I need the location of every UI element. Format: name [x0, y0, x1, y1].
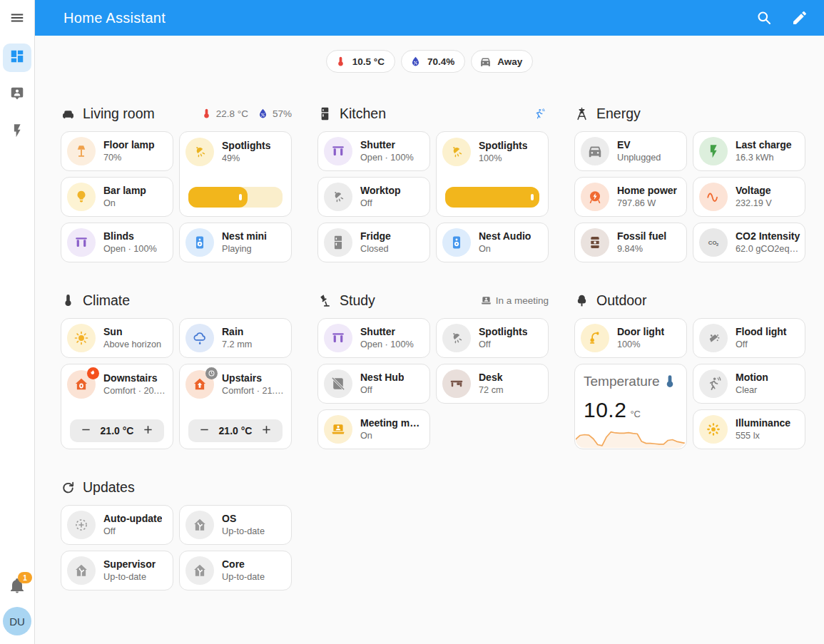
card-auto-update[interactable]: Auto-updateOff — [61, 505, 173, 545]
sidebar-bottom: 1 DU — [3, 577, 31, 644]
user-avatar[interactable]: DU — [3, 607, 31, 635]
entity-name: Motion — [736, 371, 768, 384]
card-nest-mini[interactable]: Nest miniPlaying — [179, 223, 292, 262]
card-door-light[interactable]: Door light100% — [574, 318, 687, 358]
section-title: Study — [340, 292, 375, 309]
entity-status: 100% — [479, 153, 527, 165]
card-text: Rain7.2 mm — [222, 325, 252, 351]
flash-icon — [9, 123, 25, 141]
entity-name: Shutter — [360, 138, 414, 152]
chip-70-4[interactable]: 70.4% — [401, 50, 465, 73]
card-os[interactable]: OSUp-to-date — [179, 505, 292, 545]
entity-name: Door light — [617, 325, 664, 339]
decrease-temp-button[interactable] — [193, 419, 215, 442]
card-desk[interactable]: Desk72 cm — [436, 364, 549, 404]
card-fossil-fuel[interactable]: Fossil fuel9.84% — [574, 223, 687, 262]
card-shutter[interactable]: ShutterOpen · 100% — [317, 131, 430, 171]
card-motion[interactable]: MotionClear — [693, 364, 805, 404]
laptop-person-icon — [324, 415, 352, 444]
card-spotlights[interactable]: Spotlights100% — [436, 131, 549, 217]
entity-name: Desk — [479, 371, 504, 384]
bulb-icon — [67, 183, 96, 211]
entity-status: 7.2 mm — [222, 339, 252, 351]
card-text: MotionClear — [736, 371, 768, 397]
increase-temp-button[interactable] — [255, 419, 278, 442]
card-fridge[interactable]: FridgeClosed — [317, 223, 430, 262]
card-sun[interactable]: SunAbove horizon — [61, 318, 173, 358]
entity-status: 797.86 W — [617, 198, 677, 210]
card-home-power[interactable]: Home power797.86 W — [574, 177, 687, 217]
entity-status: 555 lx — [736, 430, 790, 442]
card-downstairs[interactable]: DownstairsComfort · 20.8… 21.0 °C — [61, 364, 173, 449]
card-upstairs[interactable]: UpstairsComfort · 21.7… 21.0 °C — [179, 364, 292, 449]
card-worktop[interactable]: WorktopOff — [317, 177, 430, 217]
slider-handle[interactable] — [239, 194, 242, 200]
entity-status: Unplugged — [617, 152, 661, 164]
increase-temp-button[interactable] — [137, 419, 160, 442]
entity-status: 16.3 kWh — [736, 152, 792, 164]
card-temperature-sensor[interactable]: Temperature 10.2°C — [574, 364, 687, 449]
card-text: Auto-updateOff — [103, 512, 162, 538]
chip-10-5-c[interactable]: 10.5 °C — [326, 50, 395, 73]
brightness-slider[interactable] — [188, 187, 283, 208]
entity-name: Rain — [222, 325, 252, 339]
entity-name: Sun — [103, 325, 161, 339]
minus-icon — [198, 423, 211, 439]
card-core[interactable]: CoreUp-to-date — [179, 551, 292, 591]
main-area: Home Assistant 10.5 °C70.4%Away Living r… — [35, 0, 824, 644]
section-meta-motion-run — [533, 108, 549, 120]
motion-run-icon — [699, 369, 728, 398]
sensor-title: Temperature — [584, 374, 660, 389]
card-nest-hub[interactable]: Nest HubOff — [317, 364, 430, 404]
meta-text: 22.8 °C — [216, 108, 248, 119]
fridge-icon — [317, 106, 332, 121]
section-energy: Energy EVUnplugged Last charge16.3 kWh H… — [574, 104, 805, 262]
sidebar-item-people[interactable] — [3, 81, 31, 109]
brightness-slider[interactable] — [445, 187, 539, 208]
slider-handle[interactable] — [531, 194, 534, 200]
page-title: Home Assistant — [63, 10, 166, 26]
card-co2-intensity[interactable]: CO2 CO2 Intensity62.0 gCO2eq/… — [693, 223, 805, 262]
decrease-temp-button[interactable] — [74, 419, 97, 442]
card-text: Voltage232.19 V — [736, 184, 772, 210]
menu-icon[interactable] — [0, 0, 34, 36]
card-supervisor[interactable]: SupervisorUp-to-date — [61, 551, 173, 591]
entity-name: Auto-update — [103, 512, 162, 526]
flame-badge-icon — [87, 367, 99, 379]
target-temperature: 21.0 °C — [219, 425, 253, 436]
header-actions — [756, 9, 808, 26]
section-title: Living room — [83, 106, 155, 122]
card-ev[interactable]: EVUnplugged — [574, 131, 687, 171]
humidity-icon — [257, 108, 269, 120]
card-meeting-mode[interactable]: Meeting modeOn — [317, 409, 430, 449]
motion-run-icon — [533, 108, 545, 120]
card-shutter[interactable]: ShutterOpen · 100% — [317, 318, 430, 358]
humidity-icon — [410, 56, 422, 68]
chip-away[interactable]: Away — [471, 50, 533, 73]
ceiling-spot-icon — [442, 138, 471, 166]
card-illuminance[interactable]: Illuminance555 lx — [693, 409, 805, 449]
card-voltage[interactable]: Voltage232.19 V — [693, 177, 805, 217]
card-floor-lamp[interactable]: Floor lamp70% — [61, 131, 173, 171]
card-flood-light[interactable]: Flood lightOff — [693, 318, 805, 358]
ha-logo-icon — [67, 556, 96, 585]
card-blinds[interactable]: BlindsOpen · 100% — [61, 223, 173, 262]
notifications-button[interactable]: 1 — [9, 577, 26, 594]
entity-status: Comfort · 21.7… — [222, 385, 287, 397]
edit-icon[interactable] — [791, 9, 808, 26]
sidebar-item-dashboard[interactable] — [3, 44, 31, 72]
ceiling-spot-icon — [442, 324, 471, 352]
card-rain[interactable]: Rain7.2 mm — [179, 318, 292, 358]
sidebar-item-energy[interactable] — [3, 118, 31, 146]
card-nest-audio[interactable]: Nest AudioOn — [436, 223, 549, 262]
plus-icon — [260, 423, 273, 439]
entity-status: 70% — [103, 152, 155, 164]
card-spotlights[interactable]: Spotlights49% — [179, 131, 292, 217]
card-text: UpstairsComfort · 21.7… — [222, 372, 287, 397]
card-last-charge[interactable]: Last charge16.3 kWh — [693, 131, 805, 171]
entity-status: Clear — [736, 384, 768, 397]
section-header: Outdoor — [574, 291, 805, 310]
search-icon[interactable] — [756, 9, 773, 26]
card-spotlights[interactable]: SpotlightsOff — [436, 318, 549, 358]
card-bar-lamp[interactable]: Bar lampOn — [61, 177, 173, 217]
